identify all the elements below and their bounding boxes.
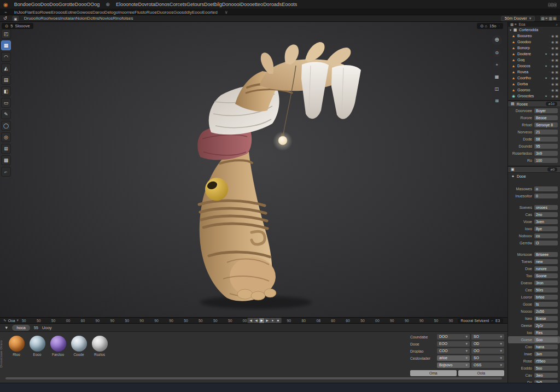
render-toggle-icon[interactable]: ▣ [555, 82, 558, 86]
menu-item[interactable]: Donos [155, 2, 170, 7]
matcap-sphere[interactable] [92, 336, 108, 352]
matcap-sphere[interactable] [50, 336, 66, 352]
menu-item[interactable]: Goo [31, 2, 40, 7]
form-button[interactable]: Oma [410, 370, 457, 376]
editor-type-icon[interactable]: ⌁ [4, 10, 7, 15]
workspace-tab[interactable]: Ruoe [147, 10, 157, 15]
app-logo-icon[interactable]: ◉ [3, 2, 8, 8]
viewport-collection-badge[interactable]: ⊙ 5 Slooove [2, 23, 33, 29]
playback-button[interactable]: ◀ [248, 318, 253, 323]
property-value-field[interactable]: 3wo [534, 373, 558, 378]
visibility-eye-icon[interactable]: ◉ [551, 52, 554, 56]
workspace-tab[interactable]: Duoroos [157, 10, 173, 15]
playback-button[interactable]: ■ [276, 318, 281, 323]
dropdown-select[interactable]: arloe▾ [437, 355, 470, 361]
property-value-field[interactable]: o [534, 186, 558, 191]
hide-dot[interactable]: · [549, 58, 550, 62]
menu-item[interactable]: Doroads [263, 2, 282, 7]
asset-tab[interactable]: hoca [12, 325, 30, 331]
workspace-tab[interactable]: Eoorted [202, 10, 218, 15]
property-value-field[interactable]: Soone [534, 273, 558, 278]
hide-dot[interactable]: · [549, 40, 550, 44]
matcap-item[interactable]: Eoco [28, 336, 46, 356]
property-value-field[interactable]: 100 [534, 158, 558, 163]
visibility-eye-icon[interactable]: ◉ [551, 64, 554, 68]
property-value-field[interactable]: 8oese [534, 316, 558, 321]
playback-button[interactable]: ◀ [254, 318, 259, 323]
render-toggle-icon[interactable]: ▣ [555, 34, 558, 38]
property-value-field[interactable]: 8ye [534, 226, 558, 231]
dropdown-select[interactable]: OSS▾ [471, 362, 504, 368]
outliner-object-row[interactable]: ▲ Booureo · ◉ ▣ [508, 33, 560, 39]
matcap-sphere[interactable] [71, 336, 87, 352]
horizontal-scrollbar[interactable] [5, 377, 502, 379]
outliner-object-row[interactable]: ▲ Dootere ✦ · ◉ ▣ [508, 51, 560, 57]
outliner-root-row[interactable]: ▾ ▦ Corterodda [508, 27, 560, 33]
form-button[interactable]: Oola [458, 370, 505, 376]
search-icon[interactable]: ⌕ [556, 22, 558, 27]
menu-item[interactable]: Dovrota [138, 2, 155, 7]
hide-dot[interactable]: · [549, 34, 550, 38]
scene-properties-header[interactable]: ▣ ⌀o [508, 166, 560, 173]
workspace-tab[interactable]: Joo [18, 10, 25, 15]
matcap-item[interactable]: Rtoo [8, 336, 25, 356]
workspace-tab[interactable]: Rowe [40, 10, 51, 15]
workspace-tab[interactable]: Goosddiy [173, 10, 192, 15]
visibility-eye-icon[interactable]: ◉ [551, 40, 554, 44]
viewport-gizmo-button[interactable]: ⊙ [493, 49, 501, 57]
menu-item[interactable]: Gorotte [59, 2, 75, 7]
hide-dot[interactable]: · [549, 52, 550, 56]
render-toggle-icon[interactable]: ▣ [555, 94, 558, 98]
hide-dot[interactable]: · [549, 88, 550, 92]
toolbar-tool-button[interactable]: ◰ [1, 29, 11, 39]
visibility-eye-icon[interactable]: ◉ [551, 94, 554, 98]
workspace-tab[interactable]: Erooos [51, 10, 65, 15]
menu-item[interactable]: Elooonote [116, 2, 138, 7]
toolbar-tool-button[interactable]: ◠ [1, 52, 11, 62]
property-value-field[interactable]: hana [534, 344, 558, 349]
outliner-object-row[interactable]: ▲ Bonorp · ◉ ▣ [508, 45, 560, 51]
render-toggle-icon[interactable]: ▣ [555, 88, 558, 92]
property-value-field[interactable]: O [534, 241, 558, 245]
property-value-field[interactable]: r55eo [534, 359, 558, 364]
workspace-tab[interactable]: Gowoos [77, 10, 92, 15]
property-value-field[interactable]: 3ven [534, 219, 558, 224]
visibility-eye-icon[interactable]: ◉ [551, 58, 554, 62]
menu-item[interactable]: Getours [186, 2, 204, 7]
tool-menu-item[interactable]: Druoo [24, 16, 36, 21]
property-value-field[interactable]: 0 [534, 194, 558, 198]
render-toggle-icon[interactable]: ▣ [555, 40, 558, 44]
visibility-eye-icon[interactable]: ◉ [551, 76, 554, 80]
menu-item[interactable]: Dooo [75, 2, 87, 7]
playback-button[interactable]: ● [270, 318, 275, 323]
menu-item[interactable]: Doo [40, 2, 50, 7]
menu-item[interactable]: Donoooi [222, 2, 241, 7]
matcap-item[interactable]: Coode [70, 336, 88, 356]
workspace-tab[interactable]: Eotne [65, 10, 77, 15]
menu-item[interactable]: Doooetteo [241, 2, 264, 7]
window-control-button[interactable]: × [553, 3, 557, 7]
dropdown-select[interactable]: EOO▾ [437, 341, 470, 347]
matcap-item[interactable]: Rozlos [91, 336, 108, 356]
toolbar-tool-button[interactable]: ▦ [1, 40, 11, 50]
property-value-field[interactable]: runore [534, 266, 558, 271]
menu-item[interactable]: Bondoe [14, 2, 31, 7]
header-toggle-icon[interactable]: ▥ [548, 16, 552, 21]
tool-menu-item[interactable]: Dcltns [87, 16, 99, 21]
toolbar-tool-button[interactable]: ◧ [1, 86, 11, 96]
hand-sculpture-object[interactable] [197, 42, 361, 309]
render-toggle-icon[interactable]: ▣ [555, 70, 558, 74]
workspace-tab[interactable]: In [14, 10, 18, 15]
viewport-gizmo-button[interactable]: ⊞ [493, 97, 501, 106]
viewport-overlay-badge[interactable]: ⊙ ⌂ 15o · [477, 23, 503, 29]
undo-icon[interactable]: ↺ [3, 16, 7, 21]
render-toggle-icon[interactable]: ▣ [555, 58, 558, 62]
matcap-sphere[interactable] [9, 336, 25, 352]
visibility-eye-icon[interactable]: ◉ [551, 46, 554, 50]
tool-menu-item[interactable]: Rinofolses [113, 16, 133, 21]
viewport-gizmo-button[interactable]: + [493, 61, 501, 69]
property-value-field[interactable]: 3ron [534, 280, 558, 285]
tool-menu-item[interactable]: Novios [100, 16, 113, 21]
workspace-tab[interactable]: Flusto [135, 10, 147, 15]
property-value-field[interactable]: ts [534, 302, 558, 307]
